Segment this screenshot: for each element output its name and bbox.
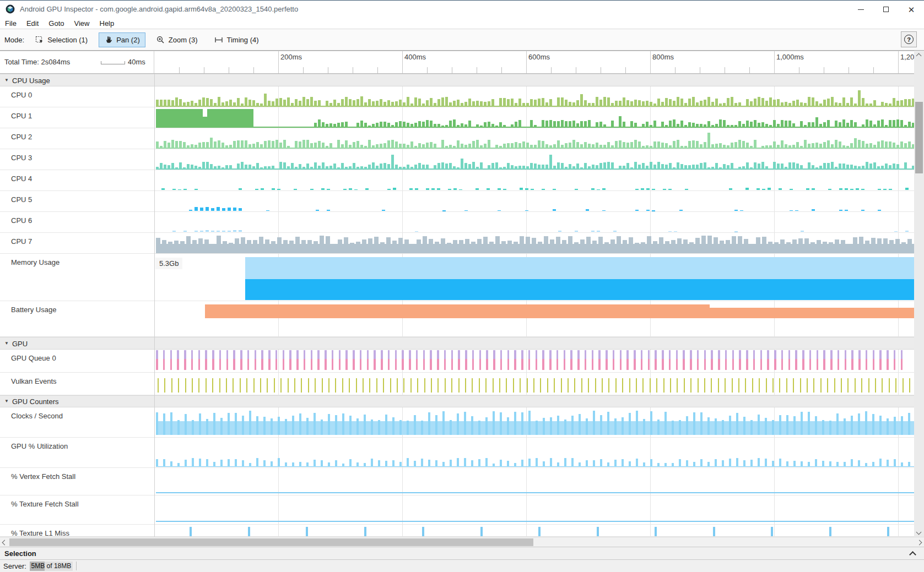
sample-bar: [704, 100, 706, 107]
sample-bar: [742, 141, 745, 149]
sample-bar: [342, 464, 344, 467]
sample-bar: [819, 124, 822, 127]
track-plot-cpu-3[interactable]: [154, 149, 914, 170]
sample-bar: [392, 417, 395, 435]
sample-bar: [677, 97, 679, 106]
timing-mode-button[interactable]: Timing (4): [209, 32, 264, 47]
sample-bar: [642, 101, 645, 106]
track-plot-vertex-fetch-stall[interactable]: [154, 468, 914, 495]
event-tick: [882, 378, 883, 393]
event-tick: [752, 378, 753, 393]
maximize-button[interactable]: [873, 1, 899, 18]
timeline-ruler[interactable]: Total Time: 2s084ms 40ms 200ms400ms600ms…: [0, 51, 924, 74]
pan-mode-button[interactable]: Pan (2): [99, 32, 145, 47]
sample-bar: [349, 416, 352, 435]
sample-bar: [178, 189, 181, 190]
track-plot-vulkan-events[interactable]: [154, 373, 914, 395]
scroll-left-button[interactable]: [0, 537, 9, 547]
sample-bar: [333, 100, 336, 106]
event-tick: [383, 378, 384, 393]
sample-bar: [684, 146, 687, 148]
sample-bar: [736, 458, 738, 467]
sample-bar: [700, 124, 703, 128]
track-plot-texture-l1-miss[interactable]: [154, 525, 914, 536]
timeline-tracks-area[interactable]: ▼CPU UsageCPU 0CPU 1CPU 2CPU 3CPU 4CPU 5…: [0, 74, 924, 537]
section-header-gpu[interactable]: ▼GPU: [0, 337, 924, 350]
sample-bar: [761, 162, 764, 169]
sample-bar: [592, 144, 595, 148]
track-plot-cpu-1[interactable]: [154, 107, 914, 128]
sample-bar: [614, 418, 617, 435]
zoom-mode-button[interactable]: Zoom (3): [151, 32, 203, 47]
collapse-triangle-icon[interactable]: ▼: [4, 77, 9, 82]
gpu-slice-bottom: [577, 359, 580, 370]
track-plot-cpu-2[interactable]: [154, 128, 914, 149]
menu-view[interactable]: View: [69, 19, 95, 28]
sample-bar: [160, 146, 163, 148]
sample-bar: [295, 237, 300, 253]
sample-bar: [569, 102, 571, 107]
menu-edit[interactable]: Edit: [21, 19, 44, 28]
track-plot-cpu-4[interactable]: [154, 170, 914, 190]
track-plot-battery-usage[interactable]: [154, 301, 914, 336]
vertical-scrollbar-thumb[interactable]: [915, 102, 923, 173]
gpu-slice-top: [732, 350, 734, 359]
scroll-up-button[interactable]: [914, 51, 923, 61]
vertical-scrollbar[interactable]: [914, 51, 924, 537]
sample-bar: [815, 459, 817, 467]
sample-bar: [472, 101, 475, 107]
menu-file[interactable]: File: [0, 19, 21, 28]
sample-bar: [842, 164, 845, 170]
sample-bar: [414, 97, 417, 106]
sample-bar: [550, 458, 552, 467]
gpu-slice-top: [542, 350, 544, 359]
close-button[interactable]: ✕: [899, 1, 924, 18]
section-header-gpu-counters[interactable]: ▼GPU Counters: [0, 395, 924, 407]
sample-bar: [619, 116, 622, 127]
section-header-cpu-usage[interactable]: ▼CPU Usage: [0, 74, 924, 86]
collapse-triangle-icon[interactable]: ▼: [4, 399, 9, 404]
sample-bar: [580, 239, 585, 253]
minimize-button[interactable]: [848, 1, 873, 18]
sample-bar: [607, 97, 610, 106]
scroll-down-button[interactable]: [914, 527, 923, 537]
track-plot-memory-usage[interactable]: 5.3Gb: [154, 254, 914, 301]
sample-bar: [498, 188, 501, 190]
panel-expand-chevron-icon[interactable]: [909, 551, 916, 558]
menu-help[interactable]: Help: [95, 19, 120, 28]
scroll-right-button[interactable]: [915, 537, 924, 547]
horizontal-scrollbar[interactable]: [0, 537, 924, 547]
sample-bar: [500, 412, 502, 435]
sample-bar: [228, 413, 230, 435]
sample-bar: [326, 236, 330, 253]
sample-bar: [368, 126, 371, 127]
selection-panel-header[interactable]: Selection: [0, 547, 924, 560]
sample-bar: [326, 146, 328, 148]
menu-goto[interactable]: Goto: [44, 19, 69, 28]
ruler-ticks-area[interactable]: 200ms400ms600ms800ms1,000ms1,200ms: [154, 51, 914, 73]
track-plot-texture-fetch-stall[interactable]: [154, 495, 914, 524]
track-plot-gpu-utilization[interactable]: [154, 438, 914, 467]
gpu-slice-top: [198, 350, 201, 359]
sample-bar: [337, 103, 340, 107]
sample-bar: [688, 122, 691, 127]
sample-bar: [434, 144, 436, 148]
collapse-triangle-icon[interactable]: ▼: [4, 340, 9, 345]
sample-bar: [306, 462, 309, 467]
track-plot-clocks-second[interactable]: [154, 407, 914, 437]
track-plot-gpu-queue-0[interactable]: [154, 350, 914, 372]
sample-bar: [671, 240, 676, 253]
gpu-slice-bottom: [556, 359, 559, 370]
horizontal-scrollbar-thumb[interactable]: [9, 538, 533, 546]
sample-bar: [636, 411, 638, 435]
sample-bar: [409, 188, 413, 190]
track-plot-cpu-7[interactable]: [154, 233, 914, 253]
event-tick: [725, 378, 726, 393]
track-plot-cpu-6[interactable]: [154, 212, 914, 232]
sample-bar: [341, 144, 344, 148]
selection-mode-button[interactable]: Selection (1): [30, 32, 93, 47]
sample-bar: [314, 123, 317, 128]
track-plot-cpu-0[interactable]: [154, 86, 914, 107]
track-plot-cpu-5[interactable]: [154, 191, 914, 211]
help-button[interactable]: ?: [901, 31, 917, 47]
